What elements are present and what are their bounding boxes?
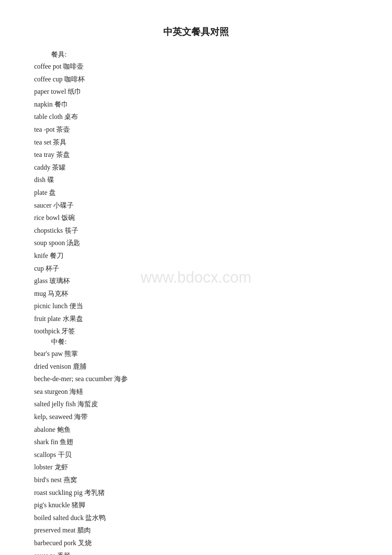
section-header-1: 中餐: bbox=[51, 338, 358, 347]
list-item: tea tray 茶盘 bbox=[34, 148, 358, 161]
list-item: plate 盘 bbox=[34, 186, 358, 199]
list-item: chopsticks 筷子 bbox=[34, 224, 358, 237]
list-item: soup spoon 汤匙 bbox=[34, 237, 358, 249]
list-item: cup 杯子 bbox=[34, 262, 358, 275]
page-title: 中英文餐具对照 bbox=[34, 26, 358, 38]
section-list-1: bear's paw 熊掌dried venison 鹿脯beche-de-me… bbox=[34, 347, 358, 555]
list-item: dish 碟 bbox=[34, 173, 358, 186]
list-item: preserved meat 腊肉 bbox=[34, 524, 358, 537]
list-item: picnic lunch 便当 bbox=[34, 300, 358, 312]
content-container: 餐具:coffee pot 咖啡壶coffee cup 咖啡杯paper tow… bbox=[34, 50, 358, 555]
list-item: paper towel 纸巾 bbox=[34, 85, 358, 98]
list-item: sea sturgeon 海鳝 bbox=[34, 385, 358, 398]
list-item: caddy 茶罐 bbox=[34, 161, 358, 174]
list-item: beche-de-mer; sea cucumber 海参 bbox=[34, 373, 358, 385]
list-item: coffee pot 咖啡壶 bbox=[34, 60, 358, 73]
list-item: toothpick 牙签 bbox=[34, 325, 358, 338]
list-item: dried venison 鹿脯 bbox=[34, 360, 358, 373]
list-item: pig's knuckle 猪脚 bbox=[34, 499, 358, 512]
list-item: kelp, seaweed 海带 bbox=[34, 410, 358, 423]
list-item: mug 马克杯 bbox=[34, 287, 358, 300]
list-item: sausage 香肠 bbox=[34, 549, 358, 555]
list-item: rice bowl 饭碗 bbox=[34, 211, 358, 224]
list-item: coffee cup 咖啡杯 bbox=[34, 73, 358, 86]
list-item: knife 餐刀 bbox=[34, 249, 358, 262]
list-item: tea set 茶具 bbox=[34, 136, 358, 149]
list-item: lobster 龙虾 bbox=[34, 461, 358, 474]
list-item: table cloth 桌布 bbox=[34, 110, 358, 123]
section-list-0: coffee pot 咖啡壶coffee cup 咖啡杯paper towel … bbox=[34, 60, 358, 338]
list-item: bird's nest 燕窝 bbox=[34, 474, 358, 486]
section-header-0: 餐具: bbox=[51, 50, 358, 59]
list-item: tea -pot 茶壶 bbox=[34, 123, 358, 136]
list-item: bear's paw 熊掌 bbox=[34, 347, 358, 360]
list-item: fruit plate 水果盘 bbox=[34, 312, 358, 325]
list-item: salted jelly fish 海蜇皮 bbox=[34, 398, 358, 410]
list-item: shark fin 鱼翅 bbox=[34, 436, 358, 448]
list-item: barbecued pork 叉烧 bbox=[34, 537, 358, 549]
list-item: abalone 鲍鱼 bbox=[34, 423, 358, 436]
list-item: roast suckling pig 考乳猪 bbox=[34, 486, 358, 499]
list-item: glass 玻璃杯 bbox=[34, 275, 358, 287]
list-item: boiled salted duck 盐水鸭 bbox=[34, 512, 358, 524]
list-item: saucer 小碟子 bbox=[34, 199, 358, 212]
list-item: scallops 干贝 bbox=[34, 448, 358, 461]
list-item: napkin 餐巾 bbox=[34, 98, 358, 111]
